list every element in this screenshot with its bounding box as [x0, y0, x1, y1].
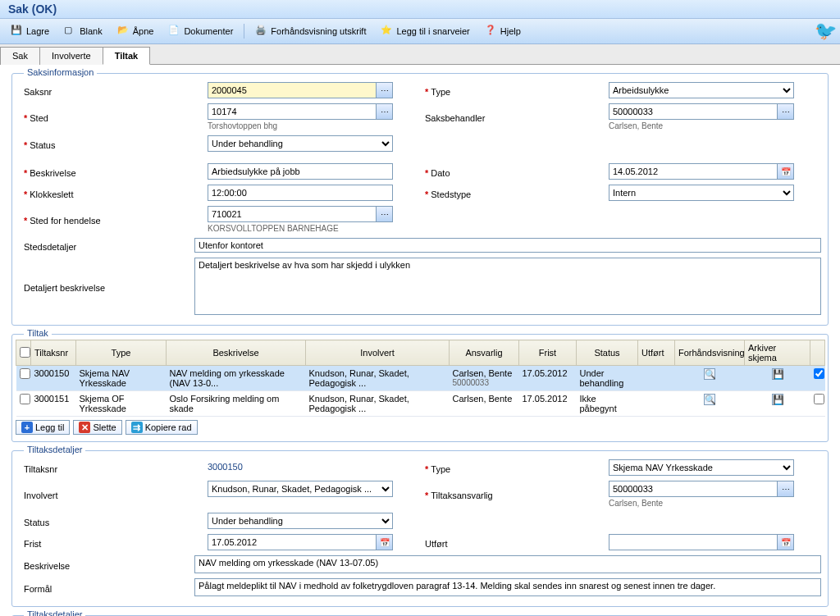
- col-beskrivelse[interactable]: Beskrivelse: [167, 340, 306, 366]
- legg-snarvei-button[interactable]: ⭐ Legg til i snarveier: [375, 22, 475, 40]
- cell-frist: 17.05.2012: [519, 366, 577, 391]
- col-involvert[interactable]: Involvert: [306, 340, 450, 366]
- sted-hendelse-label: *Sted for hendelse: [19, 206, 208, 233]
- table-row[interactable]: 3000151Skjema OF YrkesskadeOslo Forsikri…: [16, 391, 825, 417]
- td-frist-input[interactable]: [208, 534, 377, 550]
- lagre-button[interactable]: 💾 Lagre: [5, 22, 55, 40]
- detaljert-beskrivelse-label: Detaljert beskrivelse: [19, 258, 194, 315]
- col-status[interactable]: Status: [577, 340, 638, 366]
- toolbar-separator: [244, 24, 244, 39]
- sted-input[interactable]: [208, 103, 377, 120]
- blank-button[interactable]: ▢ Blank: [58, 22, 108, 40]
- dato-calendar-button[interactable]: 📅: [778, 163, 794, 180]
- cell-involvert: Knudson, Runar, Skadet, Pedagogisk ...: [306, 366, 450, 391]
- stedsdetaljer-input[interactable]: [194, 238, 821, 253]
- cell-status: Ikke påbegynt: [577, 391, 638, 417]
- td-type-select[interactable]: Skjema NAV Yrkesskade: [609, 459, 794, 476]
- documents-icon: 📄: [168, 25, 181, 38]
- td-tiltaksansvarlig-input[interactable]: [609, 481, 778, 497]
- col-type[interactable]: Type: [76, 340, 167, 366]
- type-select[interactable]: Arbeidsulykke: [609, 82, 794, 98]
- cell-status: Under behandling: [577, 366, 638, 391]
- title-bar: Sak (OK): [0, 0, 840, 19]
- help-icon: ❓: [485, 25, 498, 38]
- plus-icon: +: [21, 422, 33, 433]
- preview-icon[interactable]: 🔍: [704, 368, 715, 380]
- saksbehandler-input[interactable]: [609, 103, 778, 120]
- tab-sak[interactable]: Sak: [0, 47, 40, 65]
- tab-involverte[interactable]: Involverte: [39, 47, 103, 65]
- td-involvert-select[interactable]: Knudson, Runar, Skadet, Pedagogisk ...: [208, 481, 393, 497]
- tiltak-fieldset: Tiltak Tiltaksnr Type Beskrivelse Involv…: [11, 334, 829, 442]
- td-frist-calendar-button[interactable]: 📅: [377, 534, 393, 550]
- col-utfort[interactable]: Utført: [638, 340, 675, 366]
- td-utfort-input[interactable]: [609, 534, 778, 550]
- col-forhand[interactable]: Forhåndsvisning: [675, 340, 745, 366]
- tiltaksdetaljer-fieldset: Tiltaksdetaljer Tiltaksnr 3000150 *Type …: [11, 450, 829, 607]
- dato-label: *Dato: [420, 163, 609, 180]
- delete-icon: ✕: [79, 422, 90, 433]
- toolbar-logo: 🐦: [815, 21, 837, 42]
- detaljert-beskrivelse-textarea[interactable]: Detaljert beskrivelse av hva som har skj…: [194, 258, 821, 315]
- copy-icon: ⇉: [131, 422, 143, 433]
- cell-involvert: Knudson, Runar, Skadet, Pedagogisk ...: [306, 391, 450, 417]
- col-check[interactable]: [810, 340, 825, 366]
- col-tiltaksnr[interactable]: Tiltaksnr: [31, 340, 76, 366]
- stedsdetaljer-label: Stedsdetaljer: [19, 238, 194, 253]
- status-select[interactable]: Under behandling: [208, 135, 393, 152]
- table-row[interactable]: 3000150Skjema NAV YrkesskadeNAV melding …: [16, 366, 825, 391]
- row-checkbox[interactable]: [20, 368, 30, 379]
- cell-utfort: [638, 391, 675, 417]
- saksnr-lookup-button[interactable]: ⋯: [377, 82, 393, 98]
- col-arkiver[interactable]: Arkiver skjema: [745, 340, 810, 366]
- td-formal-textarea[interactable]: Pålagt meldeplikt til NAV i medhold av f…: [194, 578, 821, 596]
- td-beskrivelse-textarea[interactable]: NAV melding om yrkesskade (NAV 13-07.05): [194, 555, 821, 573]
- apne-button[interactable]: 📂 Åpne: [112, 22, 160, 40]
- cell-tiltaksnr: 3000150: [31, 366, 76, 391]
- stedstype-select[interactable]: Intern: [609, 185, 794, 201]
- saksinformasjon-legend: Saksinformasjon: [24, 67, 97, 77]
- td-status-label: Status: [19, 513, 208, 529]
- td-involvert-label: Involvert: [19, 481, 208, 508]
- slette-button[interactable]: ✕Slette: [73, 420, 121, 435]
- select-all-checkbox[interactable]: [20, 347, 30, 358]
- klokkeslett-label: *Klokkeslett: [19, 185, 208, 201]
- td-status-select[interactable]: Under behandling: [208, 513, 393, 529]
- sted-hendelse-lookup-button[interactable]: ⋯: [377, 206, 393, 222]
- td-utfort-calendar-button[interactable]: 📅: [778, 534, 794, 550]
- archive-checkbox[interactable]: [814, 368, 824, 379]
- sted-label: *Sted: [19, 103, 208, 130]
- tab-tiltak[interactable]: Tiltak: [103, 47, 151, 65]
- sted-lookup-button[interactable]: ⋯: [377, 103, 393, 120]
- status-label: *Status: [19, 135, 208, 152]
- tiltak-legend: Tiltak: [24, 328, 52, 338]
- dokumenter-button[interactable]: 📄 Dokumenter: [162, 22, 239, 40]
- table-header-row: Tiltaksnr Type Beskrivelse Involvert Ans…: [16, 340, 825, 366]
- klokkeslett-input[interactable]: [208, 185, 393, 201]
- cell-tiltaksnr: 3000151: [31, 391, 76, 417]
- col-frist[interactable]: Frist: [519, 340, 577, 366]
- td-tiltaksansvarlig-lookup-button[interactable]: ⋯: [778, 481, 794, 497]
- beskrivelse-label: *Beskrivelse: [19, 163, 208, 180]
- archive-checkbox[interactable]: [814, 394, 824, 404]
- sted-hendelse-input[interactable]: [208, 206, 377, 222]
- open-folder-icon: 📂: [117, 25, 130, 38]
- beskrivelse-input[interactable]: [208, 163, 393, 180]
- archive-icon[interactable]: 💾: [772, 368, 783, 380]
- saksbehandler-lookup-button[interactable]: ⋯: [778, 103, 794, 120]
- col-checkbox[interactable]: [16, 340, 31, 366]
- preview-icon[interactable]: 🔍: [704, 394, 715, 405]
- save-icon: 💾: [11, 25, 24, 38]
- row-checkbox[interactable]: [20, 394, 30, 404]
- cell-frist: 17.05.2012: [519, 391, 577, 417]
- hjelp-button[interactable]: ❓ Hjelp: [479, 22, 527, 40]
- forhandsvisning-button[interactable]: 🖨️ Forhåndsvisning utskrift: [249, 22, 372, 40]
- col-ansvarlig[interactable]: Ansvarlig: [450, 340, 519, 366]
- legg-til-button[interactable]: +Legg til: [16, 420, 70, 435]
- dato-input[interactable]: [609, 163, 778, 180]
- main-toolbar: 💾 Lagre ▢ Blank 📂 Åpne 📄 Dokumenter 🖨️ F…: [0, 19, 840, 44]
- cell-beskrivelse: Oslo Forsikring melding om skade: [167, 391, 306, 417]
- saksnr-input[interactable]: [208, 82, 377, 98]
- archive-icon[interactable]: 💾: [772, 394, 783, 405]
- kopiere-rad-button[interactable]: ⇉Kopiere rad: [126, 420, 198, 435]
